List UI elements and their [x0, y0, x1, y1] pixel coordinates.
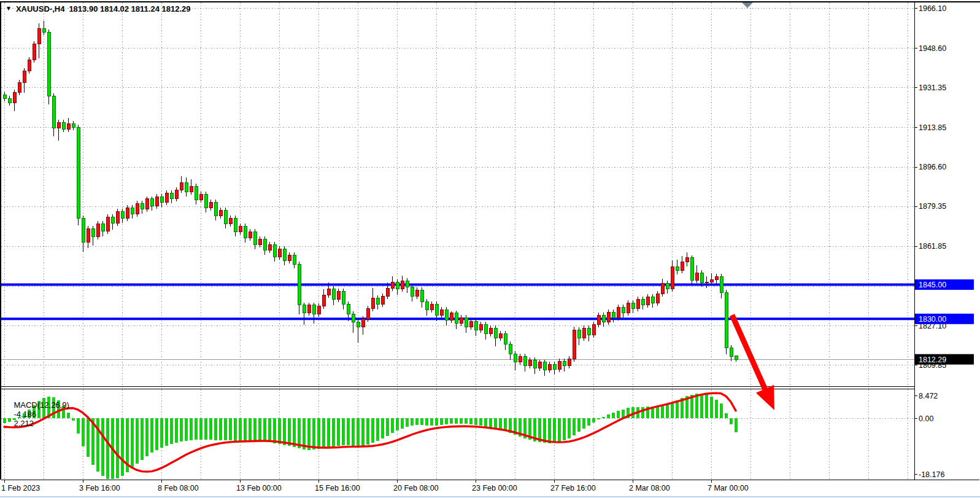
macd-bar — [258, 418, 261, 441]
macd-bar — [725, 413, 728, 418]
candle — [735, 356, 738, 359]
macd-bar — [592, 418, 595, 422]
candle — [332, 289, 335, 300]
time-axis[interactable]: 1 Feb 20233 Feb 16:008 Feb 08:0013 Feb 0… — [1, 480, 749, 492]
candle — [460, 317, 463, 323]
macd-bar — [229, 418, 232, 440]
candle — [214, 203, 217, 216]
time-axis-label: 1 Feb 2023 — [1, 484, 40, 492]
time-marker-icon[interactable] — [742, 2, 753, 8]
time-axis-label: 20 Feb 08:00 — [393, 484, 439, 492]
candle — [303, 305, 306, 313]
macd-bar — [175, 418, 178, 443]
candle — [577, 330, 581, 338]
candle — [597, 316, 600, 325]
candle — [62, 122, 65, 129]
macd-bar — [597, 418, 600, 419]
chart-canvas[interactable]: 1966.101948.601931.351913.851896.601879.… — [0, 0, 980, 498]
candle — [474, 321, 477, 330]
candle — [494, 328, 497, 338]
macd-bar — [136, 418, 139, 464]
macd-bar — [715, 400, 718, 418]
candle — [489, 328, 492, 333]
macd-bar — [479, 418, 482, 426]
candle — [646, 297, 649, 305]
candle — [136, 203, 139, 214]
candle — [293, 255, 296, 264]
candle — [381, 296, 384, 304]
candle — [715, 276, 718, 279]
macd-bar — [101, 418, 104, 476]
macd-bar — [700, 394, 703, 418]
macd-bar — [317, 418, 320, 449]
candle — [631, 303, 635, 308]
candle — [8, 98, 11, 103]
candle — [469, 321, 473, 327]
candle — [671, 267, 674, 289]
macd-bar — [106, 418, 109, 479]
candle — [558, 361, 561, 369]
level-price-tag-text: 1845.00 — [919, 281, 946, 289]
macd-bar — [587, 418, 590, 426]
symbol-dropdown-icon[interactable]: ▼ — [6, 5, 12, 12]
price-axis-label: 1931.35 — [919, 84, 946, 92]
macd-bar — [612, 413, 615, 418]
candle — [288, 255, 291, 260]
candle — [661, 284, 664, 294]
macd-bar — [577, 418, 581, 432]
candle — [538, 362, 541, 368]
candle — [656, 294, 659, 303]
candle — [695, 273, 698, 281]
macd-bar — [121, 418, 124, 476]
pane-borders — [0, 1, 980, 480]
candle — [327, 289, 330, 295]
macd-bar — [543, 418, 546, 443]
candle — [141, 203, 144, 209]
candle — [28, 60, 31, 71]
candle — [430, 304, 433, 309]
macd-bar — [249, 418, 252, 440]
candle — [514, 354, 517, 362]
candle — [509, 344, 512, 354]
candle — [72, 123, 75, 127]
candle — [676, 267, 679, 270]
trend-arrow[interactable] — [732, 315, 784, 414]
candle — [87, 228, 90, 242]
time-axis-label: 3 Feb 16:00 — [79, 484, 120, 492]
macd-bar — [489, 418, 492, 427]
candle — [376, 298, 379, 304]
macd-bar — [342, 418, 345, 445]
candle — [298, 264, 301, 305]
candle — [234, 219, 237, 232]
macd-bar — [720, 403, 723, 418]
macd-bar — [371, 418, 374, 443]
candle — [371, 298, 374, 309]
trend-arrow-shaft — [732, 315, 767, 394]
candle — [33, 44, 36, 60]
macd-bar — [474, 418, 477, 425]
macd-bar — [573, 418, 576, 435]
macd-bar — [617, 411, 620, 418]
macd-bar — [445, 418, 448, 424]
macd-bar — [641, 407, 644, 418]
candle — [180, 183, 183, 190]
macd-name: MACD(12,26,9) — [14, 400, 69, 410]
macd-bar — [455, 418, 458, 424]
macd-bar — [268, 418, 271, 442]
macd-bar — [406, 418, 409, 427]
macd-bar — [710, 397, 713, 418]
candle — [121, 211, 124, 218]
macd-bar — [209, 418, 212, 440]
macd-bar — [430, 418, 433, 426]
macd-bar — [602, 417, 605, 418]
candle — [199, 195, 203, 200]
macd-bar — [185, 418, 188, 441]
candle — [587, 328, 590, 335]
candle — [523, 357, 527, 366]
candle — [150, 199, 153, 206]
candle — [126, 208, 129, 219]
candle — [563, 361, 566, 365]
macd-bar — [82, 418, 85, 446]
price-axis[interactable]: 1966.101948.601931.351913.851896.601879.… — [914, 4, 974, 479]
macd-bar — [671, 402, 674, 418]
